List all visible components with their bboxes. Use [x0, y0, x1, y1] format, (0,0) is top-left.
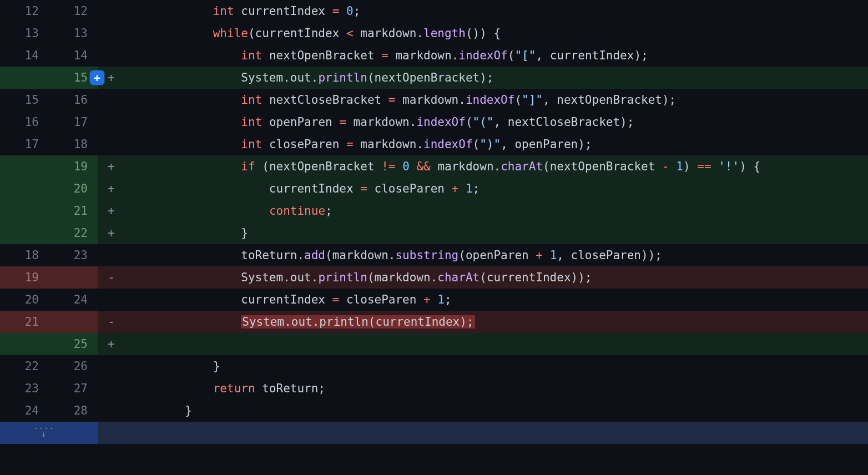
diff-row: 20+ currentIndex = closeParen + 1; — [0, 178, 868, 200]
chevron-down-icon: ↓ — [0, 431, 88, 437]
line-number-new[interactable]: 13 — [49, 22, 98, 44]
diff-row: 1212 int currentIndex = 0; — [0, 0, 868, 22]
line-number-new[interactable]: 26 — [49, 355, 98, 377]
diff-marker: + — [98, 200, 124, 222]
code-cell[interactable]: return toReturn; — [124, 377, 868, 400]
line-number-new[interactable]: 21 — [49, 200, 98, 222]
diff-row: 2024 currentIndex = closeParen + 1; — [0, 289, 868, 311]
line-number-new[interactable] — [49, 266, 98, 289]
line-number-new[interactable]: 17 — [49, 111, 98, 133]
diff-row: 2226 } — [0, 355, 868, 377]
line-number-new[interactable]: 28 — [49, 400, 98, 422]
code-cell[interactable]: System.out.println(markdown.charAt(curre… — [124, 266, 868, 289]
diff-table: 1212 int currentIndex = 0;1313 while(cur… — [0, 0, 868, 444]
code-cell[interactable]: toReturn.add(markdown.substring(openPare… — [124, 244, 868, 266]
line-number-new[interactable]: 18 — [49, 133, 98, 155]
code-cell[interactable]: while(currentIndex < markdown.length()) … — [124, 22, 868, 44]
diff-marker: + — [98, 155, 124, 178]
diff-row: 21- System.out.println(currentIndex); — [0, 311, 868, 333]
line-number-new[interactable]: 24 — [49, 289, 98, 311]
line-number-new[interactable]: 16 — [49, 89, 98, 111]
line-number-new[interactable]: 19 — [49, 155, 98, 178]
code-cell[interactable]: continue; — [124, 200, 868, 222]
line-number-old[interactable]: 12 — [0, 0, 49, 22]
diff-marker — [98, 44, 124, 67]
line-number-old[interactable]: 16 — [0, 111, 49, 133]
line-number-new[interactable]: 27 — [49, 377, 98, 400]
diff-row: 25+ — [0, 333, 868, 355]
line-number-old[interactable]: 18 — [0, 244, 49, 266]
diff-marker: + — [98, 178, 124, 200]
code-cell[interactable]: } — [124, 222, 868, 244]
diff-marker — [98, 0, 124, 22]
line-number-new[interactable]: 23 — [49, 244, 98, 266]
diff-row: 22+ } — [0, 222, 868, 244]
line-number-old[interactable] — [0, 222, 49, 244]
line-number-old[interactable]: 14 — [0, 44, 49, 67]
diff-marker — [98, 289, 124, 311]
diff-row: 1414 int nextOpenBracket = markdown.inde… — [0, 44, 868, 67]
diff-row: 1823 toReturn.add(markdown.substring(ope… — [0, 244, 868, 266]
line-number-new[interactable] — [49, 311, 98, 333]
code-cell[interactable]: currentIndex = closeParen + 1; — [124, 289, 868, 311]
line-number-old[interactable]: 24 — [0, 400, 49, 422]
line-number-old[interactable] — [0, 178, 49, 200]
code-cell[interactable]: System.out.println(nextOpenBracket); — [124, 67, 868, 89]
diff-marker — [98, 377, 124, 400]
diff-marker: - — [98, 266, 124, 289]
diff-row: 2428 } — [0, 400, 868, 422]
code-cell[interactable] — [124, 333, 868, 355]
diff-marker: + — [98, 222, 124, 244]
line-number-new[interactable]: 12 — [49, 0, 98, 22]
diff-row: 1718 int closeParen = markdown.indexOf("… — [0, 133, 868, 155]
code-cell[interactable]: int nextCloseBracket = markdown.indexOf(… — [124, 89, 868, 111]
line-number-old[interactable]: 20 — [0, 289, 49, 311]
line-number-old[interactable]: 23 — [0, 377, 49, 400]
diff-marker: - — [98, 311, 124, 333]
diff-marker — [98, 89, 124, 111]
code-cell[interactable]: if (nextOpenBracket != 0 && markdown.cha… — [124, 155, 868, 178]
code-cell[interactable]: System.out.println(currentIndex); — [124, 311, 868, 333]
line-number-old[interactable] — [0, 200, 49, 222]
code-cell[interactable]: int nextOpenBracket = markdown.indexOf("… — [124, 44, 868, 67]
diff-row: 1516 int nextCloseBracket = markdown.ind… — [0, 89, 868, 111]
line-number-old[interactable]: 21 — [0, 311, 49, 333]
diff-marker — [98, 22, 124, 44]
diff-row: 1617 int openParen = markdown.indexOf("(… — [0, 111, 868, 133]
line-number-old[interactable] — [0, 67, 49, 89]
line-number-new[interactable]: 25 — [49, 333, 98, 355]
code-cell[interactable]: currentIndex = closeParen + 1; — [124, 178, 868, 200]
diff-row: 2327 return toReturn; — [0, 377, 868, 400]
line-number-new[interactable]: 14 — [49, 44, 98, 67]
diff-row: 21+ continue; — [0, 200, 868, 222]
expand-icon[interactable]: ····↓ — [0, 422, 98, 444]
diff-row: 1313 while(currentIndex < markdown.lengt… — [0, 22, 868, 44]
diff-marker — [98, 133, 124, 155]
line-number-new[interactable]: 22 — [49, 222, 98, 244]
line-number-new[interactable]: 20 — [49, 178, 98, 200]
line-number-old[interactable] — [0, 155, 49, 178]
line-number-new[interactable]: 15+ — [49, 67, 98, 89]
code-cell[interactable]: int currentIndex = 0; — [124, 0, 868, 22]
diff-row: 19+ if (nextOpenBracket != 0 && markdown… — [0, 155, 868, 178]
diff-row: 19- System.out.println(markdown.charAt(c… — [0, 266, 868, 289]
diff-marker — [98, 400, 124, 422]
code-cell[interactable]: int closeParen = markdown.indexOf(")", o… — [124, 133, 868, 155]
add-comment-button[interactable]: + — [90, 70, 104, 85]
line-number-old[interactable]: 15 — [0, 89, 49, 111]
diff-row: 15++ System.out.println(nextOpenBracket)… — [0, 67, 868, 89]
expand-hunk-row[interactable]: ····↓ — [0, 422, 868, 444]
diff-marker: + — [98, 333, 124, 355]
diff-marker — [98, 244, 124, 266]
line-number-old[interactable] — [0, 333, 49, 355]
line-number-old[interactable]: 13 — [0, 22, 49, 44]
line-number-old[interactable]: 19 — [0, 266, 49, 289]
line-number-old[interactable]: 22 — [0, 355, 49, 377]
diff-marker — [98, 355, 124, 377]
code-cell[interactable]: } — [124, 355, 868, 377]
code-cell[interactable]: int openParen = markdown.indexOf("(", ne… — [124, 111, 868, 133]
code-cell[interactable]: } — [124, 400, 868, 422]
diff-marker — [98, 111, 124, 133]
line-number-old[interactable]: 17 — [0, 133, 49, 155]
